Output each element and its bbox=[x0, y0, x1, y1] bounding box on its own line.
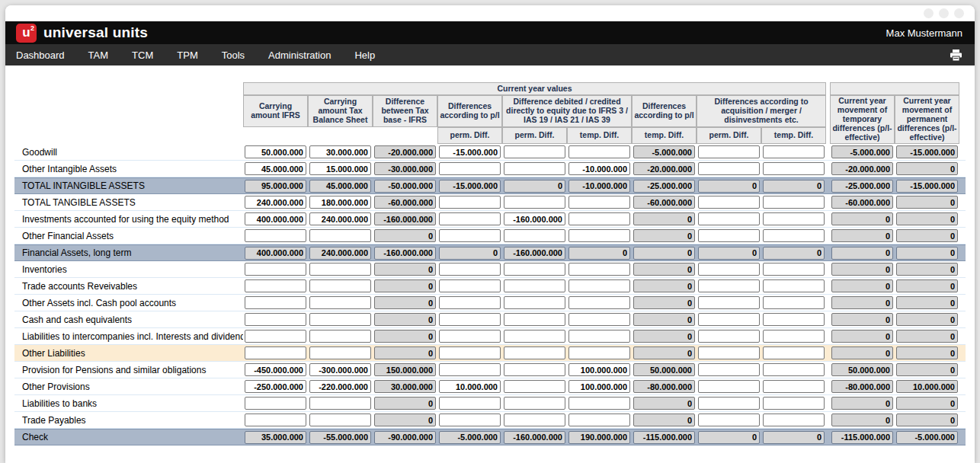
value-input[interactable] bbox=[309, 279, 371, 292]
value-input[interactable] bbox=[504, 414, 565, 426]
value-input[interactable] bbox=[309, 212, 371, 225]
value-input[interactable] bbox=[698, 397, 760, 410]
value-input[interactable] bbox=[245, 414, 306, 426]
value-input[interactable] bbox=[504, 380, 565, 393]
nav-item-tam[interactable]: TAM bbox=[88, 49, 108, 61]
value-input[interactable] bbox=[763, 212, 825, 225]
value-input[interactable] bbox=[309, 397, 371, 410]
value-input[interactable] bbox=[763, 313, 825, 326]
value-input[interactable] bbox=[309, 263, 371, 276]
value-input[interactable] bbox=[504, 196, 565, 209]
value-input[interactable] bbox=[309, 346, 371, 359]
value-input[interactable] bbox=[504, 363, 565, 376]
value-input[interactable] bbox=[309, 330, 371, 343]
value-input[interactable] bbox=[568, 229, 630, 242]
value-input[interactable] bbox=[245, 296, 306, 309]
value-input[interactable] bbox=[309, 196, 371, 209]
value-input[interactable] bbox=[439, 397, 501, 410]
value-input[interactable] bbox=[568, 414, 630, 426]
value-input[interactable] bbox=[568, 346, 630, 359]
value-input[interactable] bbox=[309, 229, 371, 242]
value-input[interactable] bbox=[504, 212, 565, 225]
value-input[interactable] bbox=[763, 397, 825, 410]
value-input[interactable] bbox=[439, 380, 501, 393]
value-input[interactable] bbox=[245, 196, 306, 209]
value-input[interactable] bbox=[698, 279, 760, 292]
value-input[interactable] bbox=[763, 279, 825, 292]
user-name[interactable]: Max Mustermann bbox=[886, 27, 962, 39]
value-input[interactable] bbox=[439, 346, 501, 359]
value-input[interactable] bbox=[504, 279, 565, 292]
value-input[interactable] bbox=[504, 145, 565, 158]
value-input[interactable] bbox=[698, 313, 760, 326]
value-input[interactable] bbox=[504, 397, 565, 410]
nav-item-tcm[interactable]: TCM bbox=[132, 49, 153, 61]
value-input[interactable] bbox=[245, 313, 306, 326]
value-input[interactable] bbox=[504, 296, 565, 309]
value-input[interactable] bbox=[439, 145, 501, 158]
value-input[interactable] bbox=[763, 330, 825, 343]
value-input[interactable] bbox=[763, 296, 825, 309]
value-input[interactable] bbox=[439, 229, 501, 242]
value-input[interactable] bbox=[504, 229, 565, 242]
value-input[interactable] bbox=[245, 279, 306, 292]
value-input[interactable] bbox=[698, 145, 760, 158]
value-input[interactable] bbox=[309, 380, 371, 393]
value-input[interactable] bbox=[504, 346, 565, 359]
print-icon[interactable] bbox=[950, 49, 962, 61]
value-input[interactable] bbox=[439, 414, 501, 426]
value-input[interactable] bbox=[245, 397, 306, 410]
value-input[interactable] bbox=[245, 363, 306, 376]
value-input[interactable] bbox=[568, 397, 630, 410]
value-input[interactable] bbox=[245, 145, 306, 158]
value-input[interactable] bbox=[568, 330, 630, 343]
value-input[interactable] bbox=[439, 363, 501, 376]
value-input[interactable] bbox=[763, 145, 825, 158]
value-input[interactable] bbox=[439, 296, 501, 309]
value-input[interactable] bbox=[698, 346, 760, 359]
value-input[interactable] bbox=[439, 162, 501, 175]
value-input[interactable] bbox=[698, 196, 760, 209]
value-input[interactable] bbox=[763, 346, 825, 359]
value-input[interactable] bbox=[245, 263, 306, 276]
value-input[interactable] bbox=[698, 414, 760, 426]
value-input[interactable] bbox=[698, 330, 760, 343]
nav-item-tools[interactable]: Tools bbox=[222, 49, 245, 61]
value-input[interactable] bbox=[504, 263, 565, 276]
value-input[interactable] bbox=[245, 229, 306, 242]
value-input[interactable] bbox=[568, 145, 630, 158]
value-input[interactable] bbox=[568, 296, 630, 309]
value-input[interactable] bbox=[245, 380, 306, 393]
value-input[interactable] bbox=[439, 263, 501, 276]
value-input[interactable] bbox=[568, 263, 630, 276]
value-input[interactable] bbox=[245, 346, 306, 359]
nav-item-dashboard[interactable]: Dashboard bbox=[16, 49, 65, 61]
value-input[interactable] bbox=[568, 196, 630, 209]
value-input[interactable] bbox=[763, 196, 825, 209]
value-input[interactable] bbox=[698, 363, 760, 376]
value-input[interactable] bbox=[568, 279, 630, 292]
value-input[interactable] bbox=[439, 196, 501, 209]
value-input[interactable] bbox=[245, 212, 306, 225]
value-input[interactable] bbox=[698, 263, 760, 276]
value-input[interactable] bbox=[568, 380, 630, 393]
value-input[interactable] bbox=[568, 212, 630, 225]
value-input[interactable] bbox=[309, 363, 371, 376]
value-input[interactable] bbox=[763, 380, 825, 393]
value-input[interactable] bbox=[698, 296, 760, 309]
value-input[interactable] bbox=[698, 162, 760, 175]
value-input[interactable] bbox=[698, 380, 760, 393]
value-input[interactable] bbox=[504, 330, 565, 343]
value-input[interactable] bbox=[568, 363, 630, 376]
value-input[interactable] bbox=[309, 414, 371, 426]
value-input[interactable] bbox=[763, 162, 825, 175]
value-input[interactable] bbox=[763, 363, 825, 376]
value-input[interactable] bbox=[439, 279, 501, 292]
value-input[interactable] bbox=[439, 212, 501, 225]
value-input[interactable] bbox=[504, 162, 565, 175]
value-input[interactable] bbox=[309, 145, 371, 158]
value-input[interactable] bbox=[568, 162, 630, 175]
nav-item-administration[interactable]: Administration bbox=[268, 49, 331, 61]
nav-item-help[interactable]: Help bbox=[354, 49, 375, 61]
value-input[interactable] bbox=[309, 296, 371, 309]
